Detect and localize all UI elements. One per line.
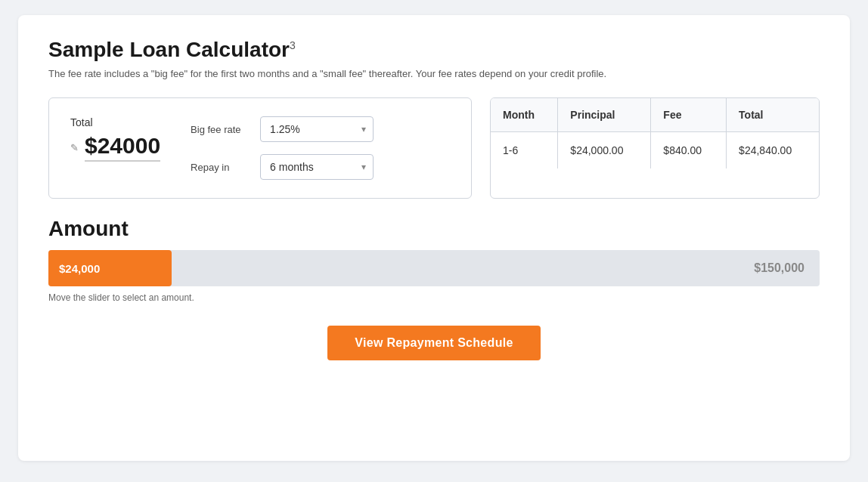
amount-title: Amount — [48, 217, 820, 241]
total-section: Total ✎ $24000 — [70, 116, 160, 162]
cell-total: $24,840.00 — [727, 132, 819, 169]
title-sup: 3 — [290, 39, 296, 51]
slider-container[interactable]: $24,000 $150,000 — [48, 250, 820, 286]
cell-month: 1-6 — [491, 132, 558, 169]
repay-select[interactable]: 3 months 6 months 9 months 12 months — [260, 154, 374, 180]
col-header-month: Month — [491, 98, 558, 132]
fields-section: Big fee rate 1.25% 1.50% 1.75% 2.00% Rep… — [191, 116, 374, 180]
big-fee-select[interactable]: 1.25% 1.50% 1.75% 2.00% — [260, 116, 374, 142]
total-value: $24000 — [85, 133, 160, 162]
slider-fill: $24,000 — [48, 250, 172, 286]
edit-icon[interactable]: ✎ — [70, 142, 79, 153]
view-schedule-button[interactable]: View Repayment Schedule — [327, 326, 540, 360]
title-text: Sample Loan Calculator — [48, 38, 290, 61]
page-subtitle: The fee rate includes a "big fee" for th… — [48, 68, 820, 79]
repay-select-wrapper: 3 months 6 months 9 months 12 months — [260, 154, 374, 180]
total-label: Total — [70, 116, 160, 128]
slider-hint: Move the slider to select an amount. — [48, 292, 820, 303]
col-header-principal: Principal — [558, 98, 651, 132]
repay-label: Repay in — [191, 162, 251, 173]
slider-min-label: $24,000 — [48, 250, 110, 286]
loan-form: Total ✎ $24000 Big fee rate 1.25% 1.50% — [48, 97, 472, 199]
page-container: Sample Loan Calculator3 The fee rate inc… — [18, 15, 850, 461]
cell-fee: $840.00 — [651, 132, 727, 169]
calculator-area: Total ✎ $24000 Big fee rate 1.25% 1.50% — [48, 97, 820, 199]
cell-principal: $24,000.00 — [558, 132, 651, 169]
table-row: 1-6$24,000.00$840.00$24,840.00 — [491, 132, 819, 169]
repayment-table: Month Principal Fee Total 1-6$24,000.00$… — [490, 97, 820, 199]
slider-max-label: $150,000 — [754, 261, 804, 275]
amount-section: Amount $24,000 $150,000 Move the slider … — [48, 217, 820, 303]
table-header-row: Month Principal Fee Total — [491, 98, 819, 132]
big-fee-row: Big fee rate 1.25% 1.50% 1.75% 2.00% — [191, 116, 374, 142]
col-header-total: Total — [727, 98, 819, 132]
form-top: Total ✎ $24000 Big fee rate 1.25% 1.50% — [70, 116, 450, 180]
total-value-row: ✎ $24000 — [70, 133, 160, 162]
page-title: Sample Loan Calculator3 — [48, 38, 820, 62]
schedule-table: Month Principal Fee Total 1-6$24,000.00$… — [491, 98, 819, 168]
big-fee-select-wrapper: 1.25% 1.50% 1.75% 2.00% — [260, 116, 374, 142]
col-header-fee: Fee — [651, 98, 727, 132]
repay-row: Repay in 3 months 6 months 9 months 12 m… — [191, 154, 374, 180]
big-fee-label: Big fee rate — [191, 124, 251, 135]
